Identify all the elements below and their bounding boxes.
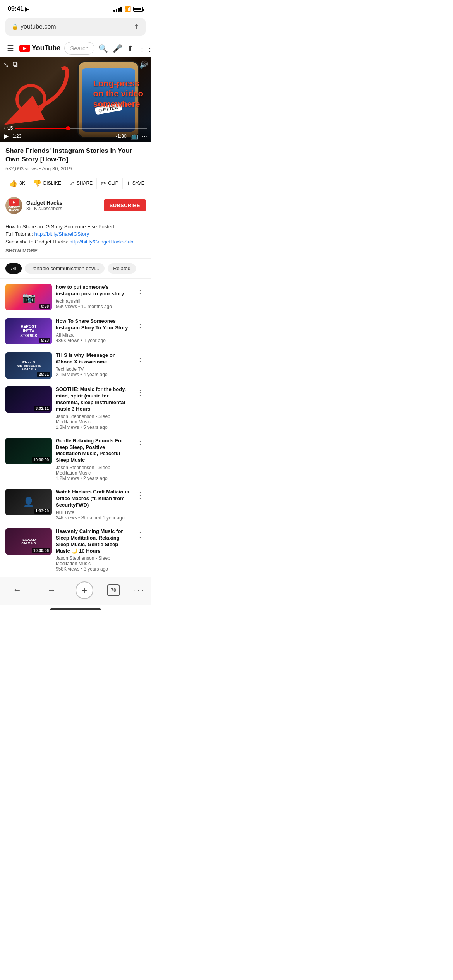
tabs-button[interactable]: 78	[107, 584, 120, 596]
thumbnail-wrap[interactable]: HEAVENLYCALMING 10:00:06	[5, 528, 52, 555]
header-icons: 🔍 🎤 ⬆ ⋮⋮ 🔔 9+	[98, 44, 151, 53]
related-channel[interactable]: Techisode TV	[56, 367, 131, 372]
more-options-icon[interactable]: ⋮	[135, 528, 146, 541]
more-options-icon[interactable]: ⋮	[135, 284, 146, 296]
thumbnail-wrap[interactable]: iPhone Xwhy iMessage isAMAZING 25:31	[5, 352, 52, 379]
progress-track[interactable]	[15, 128, 147, 129]
show-more-button[interactable]: SHOW MORE	[5, 248, 146, 254]
back-button[interactable]: ←	[7, 584, 27, 597]
related-title[interactable]: How To Share Someones Instagram Story To…	[56, 318, 131, 331]
share-icon: ↗	[69, 179, 75, 187]
new-tab-button[interactable]: +	[76, 581, 93, 599]
description-section: How to Share an IG Story Someone Else Po…	[0, 219, 151, 259]
search-icon[interactable]: 🔍	[98, 44, 108, 53]
channel-name[interactable]: Gadget Hacks	[26, 200, 104, 206]
youtube-header: ☰ YouTube Search 🔍 🎤 ⬆ ⋮⋮ 🔔 9+	[0, 39, 151, 57]
wifi-icon: 📶	[124, 6, 131, 12]
hamburger-menu[interactable]: ☰	[5, 42, 15, 55]
subscribe-link[interactable]: http://bit.ly/GadgetHacksSub	[69, 239, 133, 245]
subscribe-button[interactable]: SUBSCRIBE	[104, 199, 146, 211]
time-remaining: -1:30	[116, 134, 126, 139]
related-video-info: how to put someone's instagram post to y…	[56, 284, 131, 309]
video-info: Share Friends' Instagram Stories in Your…	[0, 142, 151, 174]
more-options-icon[interactable]: ⋮	[135, 318, 146, 331]
related-meta: 1.3M views • 5 years ago	[56, 425, 131, 430]
more-options-icon[interactable]: ⋮	[135, 438, 146, 450]
clip-label: CLIP	[108, 180, 118, 186]
browser-share-icon[interactable]: ⬆	[134, 22, 139, 31]
video-duration: 10:00:06	[32, 548, 50, 553]
url-text: youtube.com	[21, 23, 56, 30]
more-options-icon[interactable]: ⋮	[135, 489, 146, 501]
video-player[interactable]: @JPETE10 Long-press on the video somewhe…	[0, 57, 151, 142]
thumbnail-wrap[interactable]: 📷 0:58	[5, 284, 52, 310]
related-title[interactable]: Heavenly Calming Music for Sleep Meditat…	[56, 528, 131, 555]
replay-icon[interactable]: ↩15	[4, 125, 13, 131]
forward-button[interactable]: →	[41, 584, 62, 597]
chip-portable[interactable]: Portable communication devi...	[25, 263, 105, 274]
dislike-action[interactable]: 👎 DISLIKE	[29, 178, 65, 189]
related-title[interactable]: Gentle Relaxing Sounds For Deep Sleep, P…	[56, 438, 131, 464]
status-icons: 📶	[113, 6, 143, 12]
related-item: 3:02:11 SOOTHE: Music for the body, mind…	[0, 382, 151, 434]
related-channel[interactable]: Null Byte	[56, 510, 131, 515]
browser-more-button[interactable]: • • •	[134, 589, 144, 592]
related-channel[interactable]: Jason Stephenson - Sleep Meditation Musi…	[56, 555, 131, 566]
related-title[interactable]: THIS is why iMessage on iPhone X is awes…	[56, 352, 131, 365]
more-icon[interactable]: ···	[142, 133, 147, 140]
video-duration: 5:23	[39, 338, 50, 343]
related-channel[interactable]: Jason Stephenson - Sleep Meditation Musi…	[56, 414, 131, 425]
search-box[interactable]: Search	[64, 42, 94, 55]
thumbnail-wrap[interactable]: 3:02:11	[5, 386, 52, 413]
home-indicator	[0, 605, 151, 612]
related-video-info: THIS is why iMessage on iPhone X is awes…	[56, 352, 131, 377]
home-bar	[50, 608, 101, 610]
related-channel[interactable]: tech ayushii	[56, 298, 131, 304]
tutorial-link[interactable]: http://bit.ly/ShareIGStory	[34, 231, 89, 237]
lock-icon: 🔒	[12, 24, 18, 30]
related-title[interactable]: how to put someone's instagram post to y…	[56, 284, 131, 297]
mic-icon[interactable]: 🎤	[113, 44, 122, 53]
progress-bar[interactable]: ↩15	[4, 125, 147, 131]
more-options-icon[interactable]: ⋮	[135, 386, 146, 399]
video-bottom-controls: ↩15 ▶ 1:23 -1:30 📺 ···	[0, 122, 151, 142]
grid-icon[interactable]: ⋮⋮	[138, 44, 151, 53]
chip-all[interactable]: All	[5, 263, 22, 274]
related-title[interactable]: Watch Hackers Craft Malicious Office Mac…	[56, 489, 131, 509]
more-actions-button[interactable]: ⋮	[148, 178, 151, 188]
upload-icon[interactable]: ⬆	[127, 44, 134, 53]
save-icon: +	[127, 179, 130, 187]
like-action[interactable]: 👍 3K	[5, 178, 29, 189]
related-channel[interactable]: Ali Mirza	[56, 332, 131, 338]
related-video-info: How To Share Someones Instagram Story To…	[56, 318, 131, 343]
related-title[interactable]: SOOTHE: Music for the body, mind, spirit…	[56, 386, 131, 413]
thumbnail-text: iPhone Xwhy iMessage isAMAZING	[17, 360, 41, 371]
thumbnail-wrap[interactable]: 10:00:00	[5, 438, 52, 464]
related-channel[interactable]: Jason Stephenson - Sleep Meditation Musi…	[56, 465, 131, 476]
thumbnail-wrap[interactable]: 👤 1:03:20	[5, 489, 52, 515]
chip-related[interactable]: Related	[108, 263, 136, 274]
related-video-info: Heavenly Calming Music for Sleep Meditat…	[56, 528, 131, 572]
share-action[interactable]: ↗ SHARE	[65, 178, 97, 189]
miniplayer-icon[interactable]: ⧉	[13, 60, 18, 69]
video-background: @JPETE10 Long-press on the video somewhe…	[0, 57, 151, 142]
time-elapsed: 1:23	[12, 134, 21, 139]
clip-action[interactable]: ✂ CLIP	[97, 178, 123, 189]
related-item: 10:00:00 Gentle Relaxing Sounds For Deep…	[0, 434, 151, 485]
more-options-icon[interactable]: ⋮	[135, 352, 146, 365]
browser-bar[interactable]: 🔒 youtube.com ⬆	[5, 18, 146, 36]
channel-avatar: ▶ GADGETHACKS	[5, 197, 22, 214]
related-video-info: Watch Hackers Craft Malicious Office Mac…	[56, 489, 131, 521]
progress-fill	[15, 128, 68, 129]
play-icon[interactable]: ▶	[4, 132, 9, 140]
volume-icon[interactable]: 🔊	[139, 60, 148, 69]
status-bar: 09:41 ▶ 📶	[0, 0, 151, 15]
dislike-icon: 👎	[33, 179, 41, 187]
filter-chips-row: All Portable communication devi... Relat…	[0, 259, 151, 279]
save-action[interactable]: + SAVE	[123, 178, 148, 188]
expand-icon[interactable]: ⤡	[3, 60, 9, 69]
cast-icon[interactable]: 📺	[130, 132, 138, 140]
youtube-logo[interactable]: YouTube	[19, 44, 60, 52]
share-label: SHARE	[77, 180, 93, 186]
thumbnail-wrap[interactable]: REPOSTINSTASTORIES 5:23	[5, 318, 52, 344]
